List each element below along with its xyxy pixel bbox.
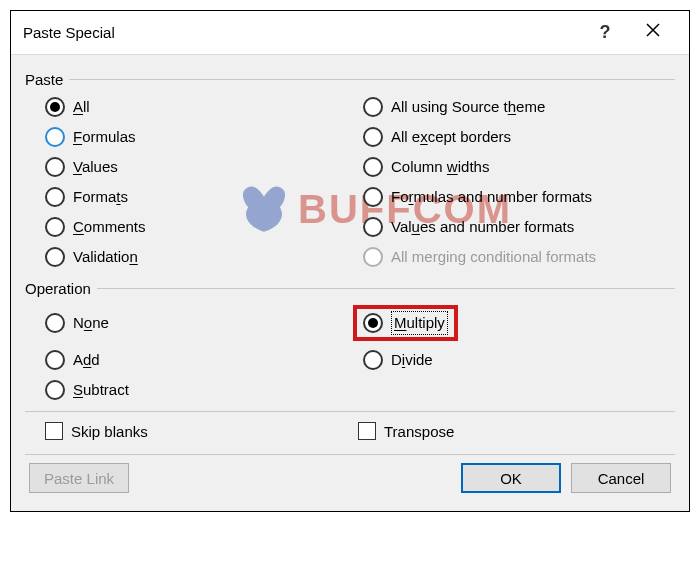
radio-icon [45, 187, 65, 207]
checkbox-icon [45, 422, 63, 440]
operation-options: None Multiply Add [25, 299, 675, 407]
radio-icon [363, 247, 383, 267]
radio-column-widths[interactable]: Column widths [363, 156, 671, 178]
radio-formats[interactable]: Formats [45, 186, 353, 208]
radio-icon [45, 157, 65, 177]
radio-formulas[interactable]: Formulas [45, 126, 353, 148]
radio-values-numbers[interactable]: Values and number formats [363, 216, 671, 238]
radio-icon [363, 127, 383, 147]
radio-icon [363, 313, 383, 333]
radio-icon [45, 380, 65, 400]
radio-icon [45, 127, 65, 147]
radio-icon [45, 217, 65, 237]
radio-comments[interactable]: Comments [45, 216, 353, 238]
radio-icon [45, 350, 65, 370]
radio-validation[interactable]: Validation [45, 246, 353, 268]
radio-icon [45, 97, 65, 117]
checkbox-icon [358, 422, 376, 440]
highlight-multiply: Multiply [353, 305, 458, 341]
radio-values[interactable]: Values [45, 156, 353, 178]
radio-icon [363, 350, 383, 370]
titlebar: Paste Special ? [11, 11, 689, 55]
radio-all-theme[interactable]: All using Source theme [363, 96, 671, 118]
paste-special-dialog: BUFFCOM Paste Special ? Paste All [10, 10, 690, 512]
ok-button[interactable]: OK [461, 463, 561, 493]
paste-link-button: Paste Link [29, 463, 129, 493]
radio-multiply[interactable]: Multiply [363, 311, 448, 335]
radio-icon [363, 157, 383, 177]
paste-group-label: Paste [25, 71, 675, 88]
radio-conditional-formats: All merging conditional formats [363, 246, 671, 268]
check-skip-blanks[interactable]: Skip blanks [45, 422, 358, 440]
help-button[interactable]: ? [581, 19, 629, 46]
radio-add[interactable]: Add [45, 349, 353, 371]
radio-divide[interactable]: Divide [363, 349, 671, 371]
radio-icon [363, 187, 383, 207]
close-icon [645, 22, 661, 43]
paste-options: All All using Source theme Formulas All … [25, 90, 675, 274]
radio-icon [45, 247, 65, 267]
radio-formulas-numbers[interactable]: Formulas and number formats [363, 186, 671, 208]
radio-all[interactable]: All [45, 96, 353, 118]
radio-none[interactable]: None [45, 305, 353, 341]
button-row: Paste Link OK Cancel [25, 454, 675, 497]
check-transpose[interactable]: Transpose [358, 422, 671, 440]
radio-icon [45, 313, 65, 333]
help-icon: ? [600, 22, 611, 43]
check-row: Skip blanks Transpose [25, 411, 675, 448]
close-button[interactable] [629, 19, 677, 46]
cancel-button[interactable]: Cancel [571, 463, 671, 493]
radio-except-borders[interactable]: All except borders [363, 126, 671, 148]
radio-icon [363, 97, 383, 117]
dialog-title: Paste Special [23, 24, 581, 41]
radio-icon [363, 217, 383, 237]
radio-subtract[interactable]: Subtract [45, 379, 353, 401]
operation-group-label: Operation [25, 280, 675, 297]
